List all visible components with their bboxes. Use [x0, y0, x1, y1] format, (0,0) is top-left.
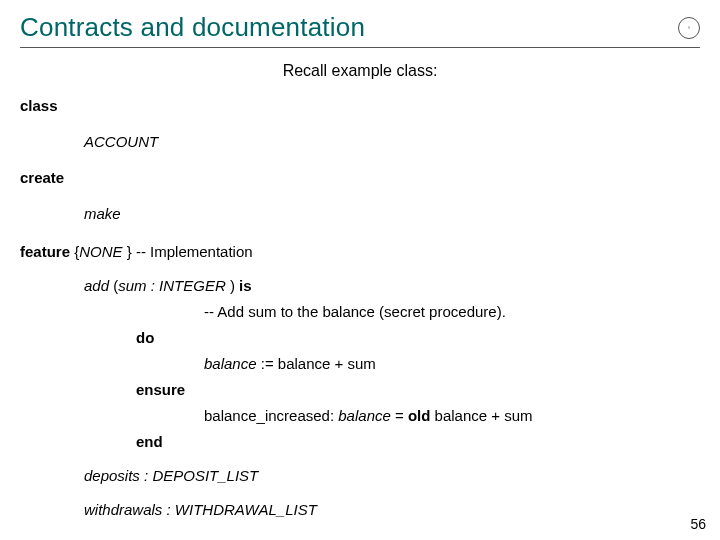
routine-header: add (sum : INTEGER ) is — [84, 274, 700, 298]
ensure-line: ensure — [136, 378, 700, 402]
kw-create: create — [20, 166, 700, 190]
withdrawals-decl: withdrawals : WITHDRAWAL_LIST — [84, 498, 700, 522]
title-row: Contracts and documentation ◦ — [20, 12, 700, 48]
keyword-old: old — [408, 407, 431, 424]
assign-rest: := balance + sum — [261, 355, 376, 372]
post-rhs: balance + sum — [430, 407, 532, 424]
feature-clause: feature {NONE } -- Implementation — [20, 240, 700, 264]
keyword-ensure: ensure — [136, 378, 200, 402]
post-lhs: balance — [338, 407, 395, 424]
class-name: ACCOUNT — [84, 130, 700, 154]
withdrawals-type: : WITHDRAWAL_LIST — [167, 501, 317, 518]
arg-name: sum — [118, 277, 151, 294]
logo-glyph: ◦ — [688, 23, 691, 32]
keyword-class: class — [20, 97, 58, 114]
assign-lhs: balance — [204, 355, 261, 372]
keyword-feature: feature — [20, 243, 70, 260]
keyword-end: end — [136, 430, 200, 454]
brace-close: } — [127, 243, 136, 260]
creator-name: make — [84, 202, 700, 226]
subtitle: Recall example class: — [20, 62, 700, 80]
routine-comment: -- Add sum to the balance (secret proced… — [204, 300, 700, 324]
postcondition-line: balance_increased: balance = old balance… — [204, 404, 700, 428]
keyword-do: do — [136, 326, 200, 350]
deposits-decl: deposits : DEPOSIT_LIST — [84, 464, 700, 488]
slide-title: Contracts and documentation — [20, 12, 365, 43]
keyword-is: is — [239, 277, 252, 294]
paren-close: ) — [230, 277, 239, 294]
do-line: do — [136, 326, 700, 350]
arg-type: : INTEGER — [151, 277, 230, 294]
post-eq: = — [395, 407, 408, 424]
page-number: 56 — [690, 516, 706, 532]
post-tag: balance_increased: — [204, 407, 338, 424]
slide: Contracts and documentation ◦ Recall exa… — [0, 0, 720, 540]
deposits-type: : DEPOSIT_LIST — [144, 467, 258, 484]
feature-comment: -- Implementation — [136, 243, 253, 260]
kw-class: class — [20, 94, 700, 118]
keyword-create: create — [20, 169, 64, 186]
routine-name: add — [84, 277, 113, 294]
deposits-name: deposits — [84, 467, 144, 484]
end-line: end — [136, 430, 700, 454]
logo-icon: ◦ — [678, 17, 700, 39]
code-block: class ACCOUNT create make feature {NONE … — [20, 94, 700, 522]
assignment-line: balance := balance + sum — [204, 352, 700, 376]
feature-visibility: NONE — [79, 243, 127, 260]
withdrawals-name: withdrawals — [84, 501, 167, 518]
